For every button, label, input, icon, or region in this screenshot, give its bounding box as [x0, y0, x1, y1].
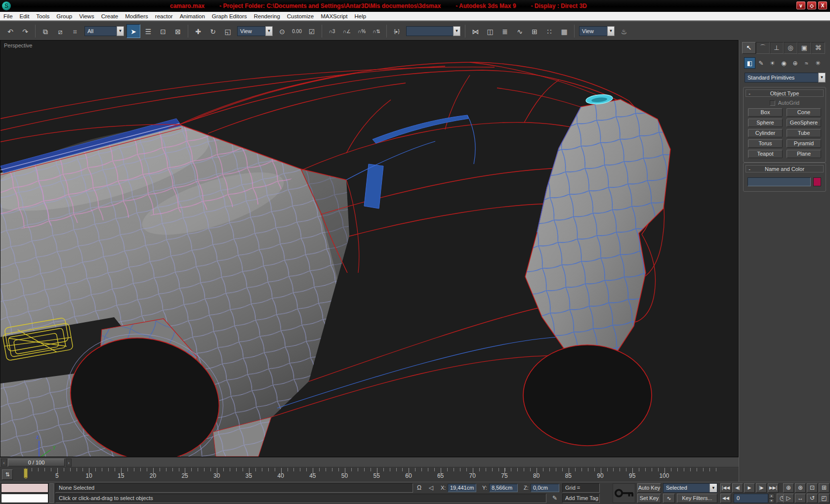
tab-create[interactable]: ↖: [742, 42, 756, 54]
play-button[interactable]: ▶: [744, 483, 755, 493]
maxscript-mini-listener[interactable]: [1, 494, 48, 503]
schematic-view-button[interactable]: ⊞: [528, 24, 541, 38]
category-shapes[interactable]: ✎: [755, 57, 767, 69]
key-selection-dropdown[interactable]: Selected ▼: [663, 483, 717, 493]
cone-button[interactable]: Cone: [787, 108, 821, 117]
tube-button[interactable]: Tube: [787, 129, 821, 137]
subcategory-dropdown[interactable]: Standard Primitives ▼: [745, 73, 826, 83]
rectangular-selection-region-button[interactable]: ⊡: [156, 24, 170, 38]
autogrid-checkbox[interactable]: [770, 100, 775, 106]
angle-snap-toggle[interactable]: ∩∠: [340, 24, 354, 38]
dropdown-arrow-icon[interactable]: ▼: [453, 26, 460, 36]
next-frame-arrow[interactable]: ›: [66, 459, 72, 466]
tab-motion[interactable]: ◎: [784, 42, 797, 54]
menu-views[interactable]: Views: [76, 13, 97, 19]
layer-manager-button[interactable]: ≣: [498, 24, 512, 38]
curve-editor-button[interactable]: ∿: [513, 24, 527, 38]
menu-modifiers[interactable]: Modifiers: [122, 13, 152, 19]
named-selection-sets-dropdown[interactable]: ▼: [406, 26, 460, 36]
close-button[interactable]: X: [818, 1, 827, 9]
frame-spinner[interactable]: ▲▼: [769, 494, 774, 503]
category-cameras[interactable]: ◉: [778, 57, 789, 69]
open-mini-curve-editor-button[interactable]: ⇅: [2, 469, 13, 480]
current-frame-field[interactable]: 0: [734, 494, 768, 503]
use-pivot-point-center-button[interactable]: ⊙: [275, 24, 289, 38]
spinner-snap-button[interactable]: ∩⇅: [370, 24, 383, 38]
category-systems[interactable]: ✳: [812, 57, 824, 69]
tab-modify[interactable]: ⌒: [756, 42, 770, 54]
select-and-move-button[interactable]: ✚: [191, 24, 205, 38]
notes-icon[interactable]: ✎: [552, 495, 557, 502]
select-and-manipulate-button[interactable]: ☑: [305, 24, 319, 38]
render-setup-button[interactable]: ▦: [557, 24, 571, 38]
render-type-dropdown[interactable]: View ▼: [579, 26, 615, 36]
previous-frame-button[interactable]: ◀|: [732, 483, 743, 493]
key-mode-toggle[interactable]: ◀◀: [720, 494, 731, 503]
next-frame-button[interactable]: |▶: [756, 483, 767, 493]
zoom-extents-button[interactable]: ⊡: [807, 483, 818, 493]
arc-rotate-button[interactable]: ↺: [807, 494, 818, 503]
time-slider-handle[interactable]: 0 / 100: [8, 459, 65, 466]
menu-rendering[interactable]: Rendering: [250, 13, 284, 19]
auto-key-button[interactable]: Auto Key: [637, 483, 661, 493]
dropdown-arrow-icon[interactable]: ▼: [265, 26, 273, 36]
previous-frame-arrow[interactable]: ‹: [1, 459, 7, 466]
undo-button[interactable]: ↶: [3, 24, 17, 38]
select-and-rotate-button[interactable]: ↻: [206, 24, 220, 38]
unlink-selection-button[interactable]: ⧄: [53, 24, 67, 38]
menu-reactor[interactable]: reactor: [152, 13, 176, 19]
redo-button[interactable]: ↷: [18, 24, 32, 38]
selection-filter-dropdown[interactable]: All ▼: [84, 26, 124, 36]
teapot-button[interactable]: Teapot: [748, 150, 783, 158]
cylinder-button[interactable]: Cylinder: [748, 129, 783, 137]
menu-group[interactable]: Group: [53, 13, 76, 19]
zoom-all-button[interactable]: ⊛: [795, 483, 806, 493]
object-name-input[interactable]: [747, 177, 811, 186]
plane-button[interactable]: Plane: [787, 150, 821, 158]
x-coordinate-field[interactable]: 19,441cm: [448, 484, 476, 492]
key-filters-button[interactable]: Key Filters...: [677, 494, 717, 503]
menu-customize[interactable]: Customize: [284, 13, 317, 19]
menu-graph-editors[interactable]: Graph Editors: [208, 13, 250, 19]
dropdown-arrow-icon[interactable]: ▼: [607, 26, 615, 36]
menu-help[interactable]: Help: [351, 13, 370, 19]
viewport-label[interactable]: Perspective: [4, 42, 32, 48]
add-time-tag-button[interactable]: Add Time Tag: [562, 494, 600, 503]
z-coordinate-field[interactable]: 0,0cm: [531, 484, 559, 492]
rollout-collapse-icon[interactable]: -: [746, 90, 753, 96]
default-in-out-tangents-button[interactable]: ∿: [663, 494, 675, 503]
mirror-button[interactable]: ⋈: [468, 24, 482, 38]
set-key-button[interactable]: Set Key: [637, 494, 661, 503]
reference-coordsys-dropdown[interactable]: View ▼: [237, 26, 273, 36]
listener-splitter[interactable]: [49, 483, 54, 503]
window-crossing-toggle[interactable]: ⊠: [171, 24, 185, 38]
menu-file[interactable]: File: [0, 13, 16, 19]
material-editor-button[interactable]: ∷: [542, 24, 556, 38]
object-type-rollout-header[interactable]: - Object Type: [746, 89, 824, 97]
zoom-button[interactable]: ⊕: [783, 483, 794, 493]
tab-hierarchy[interactable]: ⊥: [770, 42, 784, 54]
snaps-toggle-3d[interactable]: ∩3: [325, 24, 339, 38]
select-and-scale-button[interactable]: ◱: [221, 24, 235, 38]
bind-to-space-warp-button[interactable]: ⌗: [68, 24, 82, 38]
maximize-viewport-toggle[interactable]: ◰: [819, 494, 830, 503]
minimize-button[interactable]: ∨: [796, 1, 805, 9]
macro-recorder-field[interactable]: [1, 483, 48, 493]
tab-utilities[interactable]: ⌘: [811, 42, 825, 54]
viewport-canvas[interactable]: z y x: [0, 41, 738, 457]
menu-maxscript[interactable]: MAXScript: [317, 13, 351, 19]
name-and-color-rollout-header[interactable]: - Name and Color: [746, 165, 824, 172]
torus-button[interactable]: Torus: [748, 139, 783, 148]
category-geometry[interactable]: ◧: [744, 57, 755, 69]
track-bar[interactable]: ⇅ 51015202530354045505560657075808590951…: [0, 468, 739, 482]
select-and-link-button[interactable]: ⧉: [39, 24, 52, 38]
spinner-snap-toggle[interactable]: 0.00: [290, 24, 304, 38]
sphere-button[interactable]: Sphere: [748, 119, 783, 127]
keyboard-shortcut-override-toggle[interactable]: {▸}: [390, 24, 404, 38]
dropdown-arrow-icon[interactable]: ▼: [818, 73, 826, 83]
percent-snap-toggle[interactable]: ∩%: [355, 24, 369, 38]
absolute-offset-mode-toggle[interactable]: ◁: [429, 484, 433, 491]
go-to-start-button[interactable]: |◀◀: [720, 483, 731, 493]
category-helpers[interactable]: ⊕: [789, 57, 801, 69]
pan-button[interactable]: ↔: [795, 494, 806, 503]
